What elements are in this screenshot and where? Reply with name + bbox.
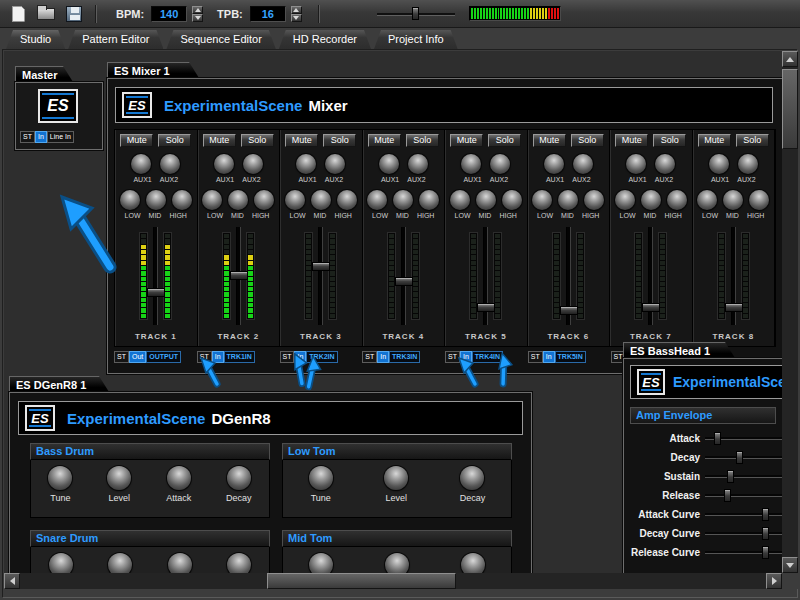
- aux2-send-knob[interactable]: [573, 154, 593, 174]
- eq-low-knob[interactable]: [697, 190, 717, 210]
- solo-button[interactable]: Solo: [241, 134, 274, 147]
- knob-knob[interactable]: [309, 553, 333, 573]
- eq-mid-knob[interactable]: [146, 190, 166, 210]
- fader-handle[interactable]: [560, 306, 578, 315]
- tab-sequence-editor[interactable]: Sequence Editor: [166, 30, 275, 49]
- bpm-down-button[interactable]: [192, 14, 203, 22]
- bpm-value-field[interactable]: 140: [151, 6, 187, 22]
- eq-mid-knob[interactable]: [641, 190, 661, 210]
- open-project-button[interactable]: [34, 3, 58, 25]
- slider-thumb[interactable]: [736, 451, 743, 464]
- eq-high-knob[interactable]: [584, 190, 604, 210]
- volume-fader[interactable]: [731, 227, 736, 325]
- io-port-badge[interactable]: TRK3IN: [389, 351, 420, 363]
- aux2-send-knob[interactable]: [655, 154, 675, 174]
- release-curve-slider[interactable]: [705, 545, 782, 560]
- tpb-down-button[interactable]: [291, 14, 302, 22]
- scroll-up-button[interactable]: [782, 51, 798, 67]
- eq-mid-knob[interactable]: [393, 190, 413, 210]
- aux1-send-knob[interactable]: [379, 154, 399, 174]
- eq-high-knob[interactable]: [419, 190, 439, 210]
- io-in-badge[interactable]: In: [35, 131, 47, 143]
- io-port-badge[interactable]: OUTPUT: [146, 351, 181, 363]
- slider-thumb[interactable]: [412, 7, 419, 20]
- aux1-send-knob[interactable]: [626, 154, 646, 174]
- io-line-in-badge[interactable]: Line In: [47, 131, 74, 143]
- routing-arrow-small[interactable]: [198, 356, 222, 388]
- mute-button[interactable]: Mute: [203, 134, 236, 147]
- volume-fader[interactable]: [401, 227, 406, 325]
- volume-fader[interactable]: [483, 227, 488, 325]
- volume-fader[interactable]: [153, 227, 158, 325]
- slider-track[interactable]: [705, 513, 782, 516]
- aux1-send-knob[interactable]: [709, 154, 729, 174]
- master-volume-slider[interactable]: [377, 6, 455, 22]
- eq-low-knob[interactable]: [202, 190, 222, 210]
- eq-high-knob[interactable]: [337, 190, 357, 210]
- level-knob[interactable]: [107, 466, 131, 490]
- mute-button[interactable]: Mute: [120, 134, 153, 147]
- eq-mid-knob[interactable]: [311, 190, 331, 210]
- slider-track[interactable]: [705, 475, 782, 478]
- horizontal-scrollbar[interactable]: [4, 573, 782, 589]
- knob-knob[interactable]: [227, 553, 251, 573]
- tpb-value-field[interactable]: 16: [250, 6, 286, 22]
- slider-thumb[interactable]: [714, 432, 721, 445]
- eq-high-knob[interactable]: [172, 190, 192, 210]
- channel-io-box[interactable]: STInTRK5IN: [528, 351, 611, 363]
- eq-mid-knob[interactable]: [558, 190, 578, 210]
- mute-button[interactable]: Mute: [450, 134, 483, 147]
- io-dir-badge[interactable]: In: [543, 351, 555, 363]
- tpb-up-button[interactable]: [291, 6, 302, 14]
- volume-fader[interactable]: [236, 227, 241, 325]
- fader-handle[interactable]: [147, 288, 165, 297]
- decay-knob[interactable]: [460, 466, 484, 490]
- fader-handle[interactable]: [230, 271, 248, 280]
- new-project-button[interactable]: [6, 3, 30, 25]
- eq-high-knob[interactable]: [667, 190, 687, 210]
- horizontal-scroll-thumb[interactable]: [267, 573, 456, 589]
- fader-handle[interactable]: [395, 277, 413, 286]
- scroll-right-button[interactable]: [766, 573, 782, 589]
- slider-thumb[interactable]: [762, 508, 769, 521]
- attack-curve-slider[interactable]: [705, 507, 782, 522]
- mute-button[interactable]: Mute: [533, 134, 566, 147]
- aux2-send-knob[interactable]: [490, 154, 510, 174]
- io-port-badge[interactable]: TRK1IN: [224, 351, 255, 363]
- io-st-badge[interactable]: ST: [528, 351, 543, 363]
- scroll-left-button[interactable]: [4, 573, 20, 589]
- vertical-scrollbar[interactable]: [782, 51, 798, 573]
- volume-fader[interactable]: [318, 227, 323, 325]
- eq-high-knob[interactable]: [502, 190, 522, 210]
- tune-knob[interactable]: [48, 466, 72, 490]
- eq-low-knob[interactable]: [532, 190, 552, 210]
- solo-button[interactable]: Solo: [406, 134, 439, 147]
- solo-button[interactable]: Solo: [323, 134, 356, 147]
- aux1-send-knob[interactable]: [461, 154, 481, 174]
- eq-mid-knob[interactable]: [723, 190, 743, 210]
- tab-studio[interactable]: Studio: [6, 30, 65, 49]
- aux1-send-knob[interactable]: [544, 154, 564, 174]
- eq-mid-knob[interactable]: [228, 190, 248, 210]
- volume-fader[interactable]: [648, 227, 653, 325]
- knob-knob[interactable]: [385, 553, 409, 573]
- io-st-badge[interactable]: ST: [114, 351, 129, 363]
- sustain-slider[interactable]: [705, 469, 782, 484]
- channel-io-box[interactable]: STOutOUTPUT: [114, 351, 197, 363]
- fader-handle[interactable]: [642, 303, 660, 312]
- io-st-badge[interactable]: ST: [362, 351, 377, 363]
- fader-handle[interactable]: [312, 262, 330, 271]
- fader-handle[interactable]: [477, 303, 495, 312]
- eq-high-knob[interactable]: [749, 190, 769, 210]
- decay-slider[interactable]: [705, 450, 782, 465]
- solo-button[interactable]: Solo: [571, 134, 604, 147]
- slider-thumb[interactable]: [724, 489, 731, 502]
- slider-track[interactable]: [705, 494, 782, 497]
- release-slider[interactable]: [705, 488, 782, 503]
- attack-slider[interactable]: [705, 431, 782, 446]
- eq-low-knob[interactable]: [450, 190, 470, 210]
- eq-mid-knob[interactable]: [476, 190, 496, 210]
- aux2-send-knob[interactable]: [243, 154, 263, 174]
- tab-hd-recorder[interactable]: HD Recorder: [279, 30, 371, 49]
- mute-button[interactable]: Mute: [615, 134, 648, 147]
